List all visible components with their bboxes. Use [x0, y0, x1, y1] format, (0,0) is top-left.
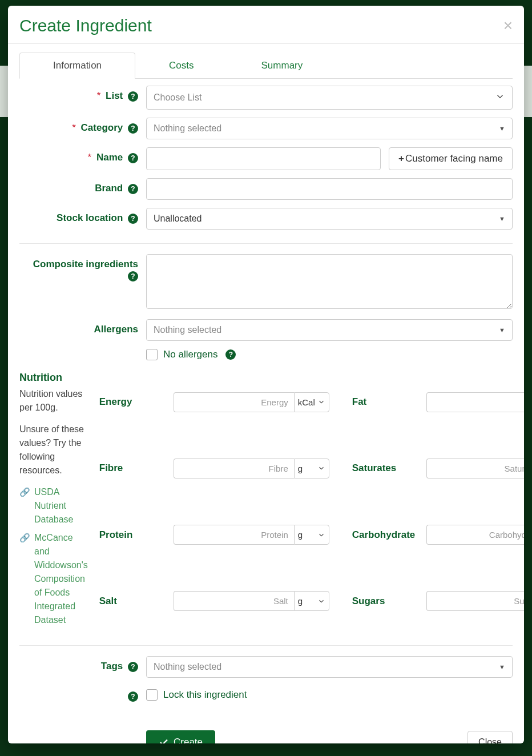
help-icon[interactable]: ? [128, 123, 138, 134]
required-marker: * [72, 122, 76, 133]
nutrition-subheading: Nutrition values per 100g. [19, 387, 88, 415]
mccance-link[interactable]: McCance and Widdowson's Composition of F… [34, 531, 88, 627]
category-select[interactable]: Nothing selected ▼ [146, 118, 513, 139]
close-icon[interactable]: × [503, 18, 513, 34]
help-icon[interactable]: ? [128, 184, 138, 194]
tags-select-value: Nothing selected [154, 662, 221, 672]
fibre-unit-select[interactable]: g [294, 459, 329, 478]
fibre-input[interactable] [174, 459, 294, 478]
help-icon[interactable]: ? [128, 662, 138, 672]
sugars-label: Sugars [352, 596, 426, 607]
protein-label: Protein [99, 529, 174, 541]
help-icon[interactable]: ? [128, 691, 138, 702]
modal-header: Create Ingredient × [8, 6, 524, 44]
customer-facing-name-button[interactable]: + Customer facing name [389, 147, 513, 170]
label-lock: ? [19, 686, 146, 702]
nutrition-heading: Nutrition [19, 372, 88, 384]
create-ingredient-modal: Create Ingredient × Information Costs Su… [8, 6, 524, 743]
label-tags: Tags ? [19, 656, 146, 672]
nutrition-sidebar: Nutrition Nutrition values per 100g. Uns… [19, 372, 88, 632]
stock-location-select[interactable]: Unallocated ▼ [146, 208, 513, 230]
chevron-down-icon [495, 91, 505, 104]
help-icon[interactable]: ? [128, 214, 138, 224]
fat-label: Fat [352, 396, 426, 408]
divider [19, 645, 513, 646]
no-allergens-label: No allergens [163, 349, 217, 360]
energy-unit-select[interactable]: kCal [294, 392, 329, 412]
salt-input[interactable] [174, 591, 294, 611]
link-icon: 🔗 [19, 487, 30, 526]
fat-input[interactable] [426, 392, 524, 412]
carbohydrate-label: Carbohydrate [352, 529, 426, 541]
help-icon[interactable]: ? [128, 153, 138, 163]
caret-down-icon: ▼ [499, 215, 505, 222]
saturates-input[interactable] [426, 459, 524, 478]
caret-down-icon: ▼ [499, 125, 505, 132]
list-select[interactable]: Choose List [146, 86, 513, 110]
caret-down-icon: ▼ [499, 327, 505, 333]
salt-unit-select[interactable]: g [294, 591, 329, 611]
nutrition-grid: Energy kCal Fat g Fi [99, 372, 524, 632]
tabs: Information Costs Summary [19, 52, 513, 79]
fibre-label: Fibre [99, 463, 174, 474]
tab-costs[interactable]: Costs [135, 53, 227, 79]
carbohydrate-input[interactable] [426, 525, 524, 545]
salt-label: Salt [99, 596, 174, 607]
label-category: * Category ? [19, 118, 146, 134]
divider [19, 243, 513, 244]
list-select-value: Choose List [154, 93, 202, 103]
modal-title: Create Ingredient [19, 16, 152, 35]
composite-ingredients-input[interactable] [146, 254, 513, 309]
label-composite: Composite ingredients ? [19, 254, 146, 282]
nutrition-section: Nutrition Nutrition values per 100g. Uns… [19, 372, 513, 632]
no-allergens-checkbox[interactable] [146, 349, 158, 360]
label-list: * List ? [19, 86, 146, 102]
tab-information[interactable]: Information [19, 53, 135, 79]
stock-location-value: Unallocated [154, 214, 202, 224]
usda-link[interactable]: USDA Nutrient Database [34, 485, 88, 526]
help-icon[interactable]: ? [128, 271, 138, 282]
modal-body: Information Costs Summary * List ? Choos… [8, 44, 524, 743]
label-name: * Name ? [19, 147, 146, 163]
help-icon[interactable]: ? [128, 91, 138, 102]
lock-ingredient-label: Lock this ingredient [163, 689, 247, 701]
nutrition-hint: Unsure of these values? Try the followin… [19, 423, 88, 477]
brand-input[interactable] [146, 178, 513, 200]
caret-down-icon: ▼ [499, 663, 505, 670]
tags-select[interactable]: Nothing selected ▼ [146, 656, 513, 678]
label-brand: Brand ? [19, 178, 146, 194]
energy-input[interactable] [174, 392, 294, 412]
energy-label: Energy [99, 396, 174, 408]
lock-ingredient-checkbox[interactable] [146, 689, 158, 701]
protein-unit-select[interactable]: g [294, 525, 329, 545]
required-marker: * [88, 152, 92, 163]
help-icon[interactable]: ? [225, 349, 236, 360]
form-information: * List ? Choose List * Category ? [19, 79, 513, 743]
label-stock-location: Stock location ? [19, 208, 146, 224]
label-allergens: Allergens [19, 319, 146, 335]
close-button[interactable]: Close [467, 731, 513, 743]
allergens-select[interactable]: Nothing selected ▼ [146, 319, 513, 341]
plus-icon: + [398, 153, 404, 164]
tab-summary[interactable]: Summary [228, 53, 337, 79]
link-icon: 🔗 [19, 533, 30, 627]
check-icon [159, 737, 169, 743]
create-button[interactable]: Create [146, 730, 215, 743]
sugars-input[interactable] [426, 591, 524, 611]
required-marker: * [97, 90, 101, 101]
saturates-label: Saturates [352, 463, 426, 474]
category-select-value: Nothing selected [154, 123, 221, 134]
allergens-select-value: Nothing selected [154, 325, 221, 335]
name-input[interactable] [146, 147, 381, 170]
protein-input[interactable] [174, 525, 294, 545]
